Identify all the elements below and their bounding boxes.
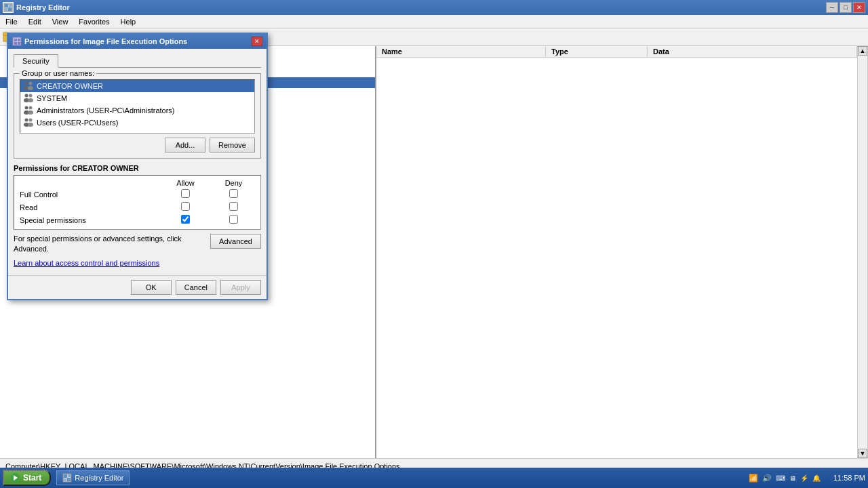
dialog-overlay: Permissions for Image File Execution Opt… bbox=[7, 33, 268, 300]
window-controls: ─ □ ✕ bbox=[826, 2, 865, 13]
deny-fullcontrol-checkbox[interactable] bbox=[229, 189, 238, 198]
cancel-button[interactable]: Cancel bbox=[176, 280, 216, 295]
user-item-users[interactable]: Users (USER-PC\Users) bbox=[20, 117, 254, 129]
col-name: Name bbox=[376, 46, 546, 57]
svg-rect-8 bbox=[14, 39, 17, 41]
col-data: Data bbox=[648, 46, 857, 57]
user-name: CREATOR OWNER bbox=[37, 82, 103, 90]
tray-icon3[interactable]: ⌨ bbox=[776, 474, 785, 482]
group-label: Group or user names: bbox=[20, 69, 96, 77]
deny-special-checkbox[interactable] bbox=[229, 215, 238, 224]
remove-button[interactable]: Remove bbox=[210, 138, 255, 152]
perm-col-allow: Allow bbox=[161, 178, 210, 188]
learn-link[interactable]: Learn about access control and permissio… bbox=[14, 259, 159, 267]
right-pane: Name Type Data bbox=[376, 46, 857, 458]
tab-strip: Security bbox=[14, 54, 261, 68]
main-scrollbar[interactable]: ▲ ▼ bbox=[857, 46, 868, 458]
svg-rect-11 bbox=[18, 42, 20, 45]
tray-icon4[interactable]: 🖥 bbox=[789, 474, 796, 482]
perm-col-deny: Deny bbox=[210, 178, 258, 188]
col-type: Type bbox=[546, 46, 648, 57]
svg-rect-18 bbox=[67, 478, 71, 481]
dialog-title: Permissions for Image File Execution Opt… bbox=[12, 37, 187, 46]
window-title: Registry Editor bbox=[16, 3, 70, 12]
user-name: Administrators (USER-PC\Administrators) bbox=[37, 106, 175, 115]
user-item-creator[interactable]: CREATOR OWNER bbox=[20, 80, 254, 92]
dialog-close-button[interactable]: ✕ bbox=[252, 37, 262, 46]
tray-icon2[interactable]: 🔊 bbox=[762, 474, 772, 483]
tray-icon5[interactable]: ⚡ bbox=[800, 474, 808, 482]
menu-file[interactable]: File bbox=[0, 16, 23, 27]
people-icon bbox=[23, 81, 34, 91]
maximize-button[interactable]: □ bbox=[840, 2, 852, 13]
people-icon bbox=[23, 94, 34, 103]
svg-rect-10 bbox=[18, 39, 20, 41]
clock: 11:58 PM bbox=[825, 474, 865, 482]
scroll-up-btn[interactable]: ▲ bbox=[858, 46, 867, 56]
tray-icon1[interactable]: 📶 bbox=[749, 474, 758, 483]
deny-fullcontrol-cell bbox=[210, 188, 258, 201]
advanced-text: For special permissions or advanced sett… bbox=[14, 234, 205, 255]
user-list: CREATOR OWNER SYSTEM Administrators (USE… bbox=[20, 79, 255, 134]
people-icon bbox=[23, 118, 34, 127]
taskbar-items: Registry Editor bbox=[51, 470, 749, 485]
ok-button[interactable]: OK bbox=[131, 280, 172, 295]
user-btn-row: Add... Remove bbox=[20, 138, 255, 152]
menu-view[interactable]: View bbox=[47, 16, 74, 27]
user-name: SYSTEM bbox=[37, 94, 67, 102]
svg-rect-4 bbox=[8, 7, 12, 11]
menu-edit[interactable]: Edit bbox=[23, 16, 47, 27]
table-row: Special permissions bbox=[17, 214, 258, 226]
deny-read-checkbox[interactable] bbox=[229, 202, 238, 211]
allow-special-cell bbox=[161, 214, 210, 226]
minimize-button[interactable]: ─ bbox=[826, 2, 838, 13]
deny-read-cell bbox=[210, 201, 258, 214]
table-row: Read bbox=[17, 201, 258, 214]
table-row: Full Control bbox=[17, 188, 258, 201]
taskbar-tray: 📶 🔊 ⌨ 🖥 ⚡ 🔔 11:58 PM bbox=[749, 474, 865, 483]
close-button[interactable]: ✕ bbox=[853, 2, 865, 13]
user-item-admins[interactable]: Administrators (USER-PC\Administrators) bbox=[20, 104, 254, 117]
svg-rect-1 bbox=[5, 4, 8, 7]
menu-favorites[interactable]: Favorites bbox=[73, 16, 115, 27]
menu-help[interactable]: Help bbox=[115, 16, 142, 27]
svg-rect-2 bbox=[9, 4, 12, 7]
perm-type-fullcontrol: Full Control bbox=[17, 188, 161, 201]
perm-label: Permissions for CREATOR OWNER bbox=[14, 164, 261, 172]
perm-type-special: Special permissions bbox=[17, 214, 161, 226]
title-bar: Registry Editor ─ □ ✕ bbox=[0, 0, 868, 15]
column-headers: Name Type Data bbox=[376, 46, 857, 58]
people-icon bbox=[23, 106, 34, 115]
taskbar-app-item[interactable]: Registry Editor bbox=[56, 470, 130, 485]
allow-read-cell bbox=[161, 201, 210, 214]
svg-rect-9 bbox=[14, 42, 17, 45]
tab-security[interactable]: Security bbox=[14, 54, 58, 68]
allow-read-checkbox[interactable] bbox=[181, 202, 190, 211]
deny-special-cell bbox=[210, 214, 258, 226]
taskbar-app-label: Registry Editor bbox=[75, 474, 123, 482]
svg-rect-17 bbox=[64, 479, 66, 481]
svg-rect-16 bbox=[68, 474, 71, 477]
start-button[interactable]: Start bbox=[3, 470, 51, 486]
allow-fullcontrol-checkbox[interactable] bbox=[181, 189, 190, 198]
advanced-section: For special permissions or advanced sett… bbox=[14, 234, 261, 255]
taskbar: Start Registry Editor 📶 🔊 ⌨ 🖥 ⚡ 🔔 11:58 … bbox=[0, 468, 868, 488]
perm-area: Allow Deny Full Control bbox=[14, 175, 261, 230]
allow-special-checkbox[interactable] bbox=[181, 215, 190, 224]
dialog-footer: OK Cancel Apply bbox=[8, 275, 267, 299]
user-name: Users (USER-PC\Users) bbox=[37, 119, 118, 127]
permissions-dialog: Permissions for Image File Execution Opt… bbox=[7, 33, 268, 300]
app-icon bbox=[3, 2, 14, 13]
allow-fullcontrol-cell bbox=[161, 188, 210, 201]
permissions-section: Permissions for CREATOR OWNER Allow Deny bbox=[14, 164, 261, 230]
tray-icon6[interactable]: 🔔 bbox=[812, 474, 821, 482]
advanced-button[interactable]: Advanced bbox=[210, 234, 261, 249]
perm-col-type bbox=[17, 178, 161, 188]
add-button[interactable]: Add... bbox=[165, 138, 205, 152]
learn-link-section: Learn about access control and permissio… bbox=[14, 259, 261, 267]
apply-button[interactable]: Apply bbox=[220, 280, 261, 295]
scroll-down-btn[interactable]: ▼ bbox=[858, 449, 867, 458]
svg-rect-15 bbox=[64, 474, 67, 478]
user-item-system[interactable]: SYSTEM bbox=[20, 92, 254, 104]
menu-bar: File Edit View Favorites Help bbox=[0, 15, 868, 28]
